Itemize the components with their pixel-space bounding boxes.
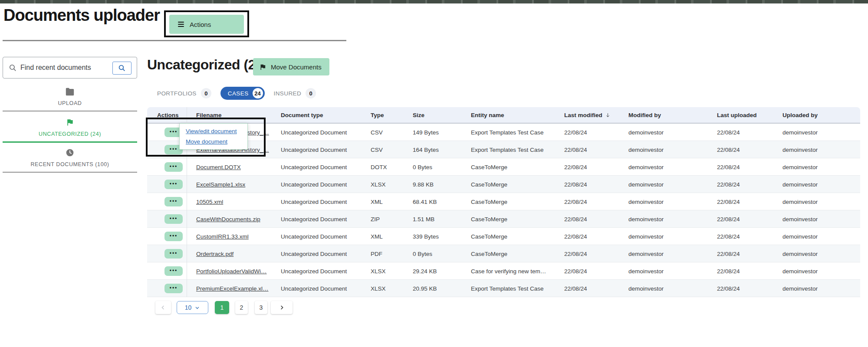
filename-link[interactable]: ExcelSample1.xlsx: [196, 181, 245, 188]
cell-type: DOTX: [371, 164, 387, 170]
cell-type: XML: [371, 233, 383, 240]
column-header-last-modified[interactable]: Last modified: [564, 112, 611, 119]
cell-last-modified: 22/08/24: [564, 129, 587, 136]
search-submit-button[interactable]: [112, 62, 132, 75]
tab-portfolios[interactable]: PORTFOLIOS 0: [157, 88, 211, 98]
cell-document-type: Uncategorized Document: [281, 233, 347, 240]
cell-entity-name: Export Templates Test Case: [471, 129, 544, 136]
move-documents-label: Move Documents: [271, 63, 322, 71]
cell-size: 1.51 MB: [413, 216, 434, 223]
table-row: ••• CaseWithDocuments.zip Uncategorized …: [147, 210, 860, 228]
cell-uploaded-by: demoinvestor: [783, 164, 818, 170]
cell-modified-by: demoinvestor: [628, 181, 664, 188]
column-header-modified-by[interactable]: Modified by: [628, 112, 661, 118]
tab-label: CASES: [228, 90, 249, 97]
page-size-select[interactable]: 10: [177, 301, 208, 314]
cell-last-modified: 22/08/24: [564, 164, 587, 170]
cell-last-modified: 22/08/24: [564, 181, 587, 188]
cell-last-uploaded: 22/08/24: [717, 233, 740, 240]
more-actions-icon: •••: [170, 285, 178, 291]
chevron-right-icon: [279, 304, 285, 311]
search-box: [3, 57, 137, 79]
column-header-last-uploaded[interactable]: Last uploaded: [717, 112, 757, 118]
filename-link[interactable]: CustomIRR1.33.xml: [196, 233, 249, 240]
cell-type: XLSX: [371, 181, 386, 188]
cell-modified-by: demoinvestor: [628, 199, 664, 205]
cell-uploaded-by: demoinvestor: [783, 251, 818, 257]
filename-link[interactable]: CaseWithDocuments.zip: [196, 216, 260, 223]
cell-document-type: Uncategorized Document: [281, 147, 347, 153]
cell-modified-by: demoinvestor: [628, 164, 664, 170]
next-page-button[interactable]: [271, 301, 293, 314]
filename-link[interactable]: Document.DOTX: [196, 164, 241, 170]
cell-uploaded-by: demoinvestor: [783, 129, 818, 136]
row-actions-button[interactable]: •••: [164, 249, 183, 259]
filename-link[interactable]: PremiumExcelExample.xl…: [196, 285, 269, 292]
cell-entity-name: Export Templates Test Case: [471, 147, 544, 153]
tab-count-badge: 24: [253, 88, 263, 98]
cell-size: 149 Bytes: [413, 129, 439, 136]
actions-button-label: Actions: [190, 21, 211, 28]
folder-icon: [65, 88, 75, 98]
actions-button[interactable]: Actions: [169, 15, 244, 34]
tab-count-badge: 0: [306, 88, 316, 98]
more-actions-icon: •••: [170, 164, 178, 169]
cell-size: 339 Bytes: [413, 233, 439, 240]
cell-modified-by: demoinvestor: [628, 147, 664, 153]
row-actions-button[interactable]: •••: [164, 284, 183, 293]
page-button-1[interactable]: 1: [215, 301, 229, 314]
sidebar-item-upload[interactable]: UPLOAD: [3, 88, 137, 106]
tab-cases[interactable]: CASES 24: [220, 87, 265, 100]
sidebar-item-label: UNCATEGORIZED (24): [39, 131, 101, 137]
sidebar-divider: [3, 111, 137, 111]
cell-document-type: Uncategorized Document: [281, 199, 347, 205]
filename-link[interactable]: PortfolioUploaderValidWi…: [196, 268, 267, 275]
table-row: ••• ExcelSample1.xlsx Uncategorized Docu…: [147, 176, 860, 193]
cell-entity-name: CaseToMerge: [471, 181, 507, 188]
column-header-type[interactable]: Type: [371, 112, 384, 118]
move-documents-button[interactable]: Move Documents: [253, 58, 329, 75]
more-actions-icon: •••: [170, 199, 178, 204]
menu-item-move-document[interactable]: Move document: [186, 138, 247, 145]
cell-type: XLSX: [371, 268, 386, 275]
row-actions-button[interactable]: •••: [164, 180, 183, 189]
menu-item-view-edit-document[interactable]: View/edit document: [186, 128, 247, 134]
column-header-entity-name[interactable]: Entity name: [471, 112, 504, 118]
chevron-left-icon: [160, 304, 166, 311]
table-row: ••• PremiumExcelExample.xl… Uncategorize…: [147, 280, 860, 297]
top-edge-artifact: [0, 0, 868, 3]
tab-label: PORTFOLIOS: [157, 90, 197, 97]
documents-uploader-screen: Documents uploader Actions UPLOAD UNCATE…: [0, 0, 868, 347]
cell-last-uploaded: 22/08/24: [717, 181, 740, 188]
cell-uploaded-by: demoinvestor: [783, 268, 818, 275]
row-actions-button[interactable]: •••: [164, 232, 183, 241]
filename-link[interactable]: Ordertrack.pdf: [196, 251, 233, 257]
prev-page-button[interactable]: [155, 301, 171, 314]
cell-size: 29.24 KB: [413, 268, 437, 275]
column-header-document-type[interactable]: Document type: [281, 112, 323, 118]
sidebar-active-indicator: [3, 141, 137, 143]
cell-document-type: Uncategorized Document: [281, 164, 347, 170]
hamburger-icon: [177, 20, 185, 29]
sidebar-item-recent-documents[interactable]: RECENT DOCUMENTS (100): [3, 148, 137, 167]
cell-type: XLSX: [371, 285, 386, 292]
page-button-2[interactable]: 2: [235, 301, 248, 314]
cell-document-type: Uncategorized Document: [281, 181, 347, 188]
row-actions-button[interactable]: •••: [164, 214, 183, 224]
filename-link[interactable]: 10505.xml: [196, 199, 223, 205]
column-header-uploaded-by[interactable]: Uploaded by: [783, 112, 818, 118]
more-actions-icon: •••: [170, 216, 178, 221]
cell-last-modified: 22/08/24: [564, 147, 587, 153]
cell-uploaded-by: demoinvestor: [783, 233, 818, 240]
cell-uploaded-by: demoinvestor: [783, 181, 818, 188]
search-input[interactable]: [20, 59, 109, 76]
sidebar-item-uncategorized[interactable]: UNCATEGORIZED (24): [3, 118, 137, 137]
tab-insured[interactable]: INSURED 0: [274, 88, 316, 98]
column-header-size[interactable]: Size: [413, 112, 424, 118]
row-actions-button[interactable]: •••: [164, 162, 183, 172]
cell-uploaded-by: demoinvestor: [783, 285, 818, 292]
page-button-3[interactable]: 3: [255, 301, 267, 314]
row-actions-button[interactable]: •••: [164, 266, 183, 276]
cell-type: CSV: [371, 129, 383, 136]
row-actions-button[interactable]: •••: [164, 197, 183, 206]
